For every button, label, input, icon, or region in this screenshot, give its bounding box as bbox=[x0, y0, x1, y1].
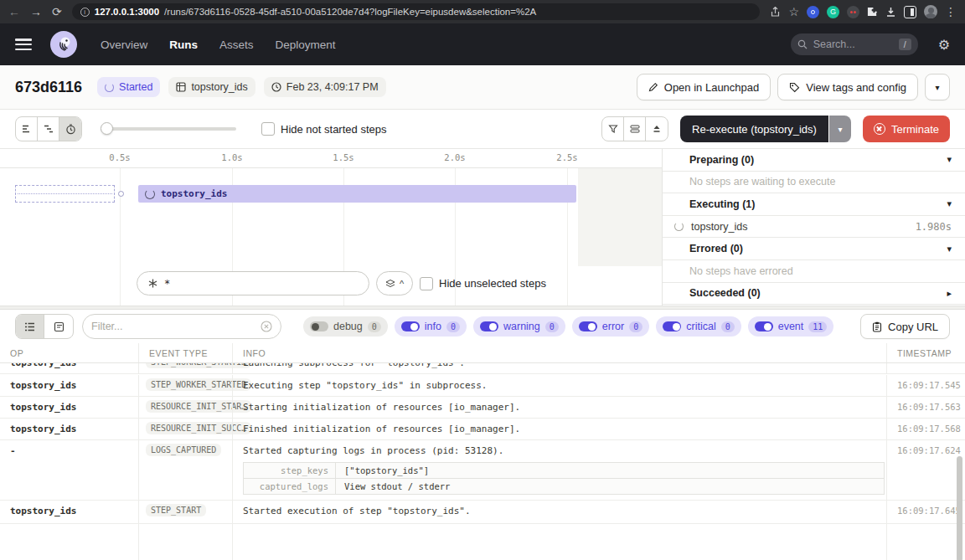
executing-step-row[interactable]: topstory_ids 1.980s bbox=[663, 216, 965, 239]
level-chip-critical[interactable]: critical 0 bbox=[656, 316, 741, 337]
rows-layout-icon[interactable] bbox=[624, 117, 646, 141]
view-stdout-stderr-link[interactable]: View stdout / stderr bbox=[336, 479, 884, 494]
spinner-icon bbox=[105, 83, 114, 92]
run-header-more-button[interactable]: ▾ bbox=[925, 74, 950, 100]
hide-not-started-checkbox[interactable] bbox=[261, 122, 275, 136]
reexecute-button[interactable]: Re-execute (topstory_ids) bbox=[680, 116, 828, 142]
terminate-button[interactable]: Terminate bbox=[863, 116, 950, 142]
axis-tick: 0.5s bbox=[109, 152, 130, 162]
view-tags-and-config-button[interactable]: View tags and config bbox=[777, 74, 918, 100]
panel-layout-segmented-control bbox=[601, 116, 668, 141]
back-icon[interactable]: ← bbox=[8, 6, 20, 18]
section-preparing-header[interactable]: Preparing (0) ▾ bbox=[663, 149, 965, 172]
caret-down-icon: ▾ bbox=[947, 244, 952, 254]
forward-icon[interactable]: → bbox=[30, 6, 42, 18]
downloads-icon[interactable] bbox=[885, 7, 896, 18]
section-errored-empty: No steps have errored bbox=[663, 260, 965, 283]
selection-presets-button[interactable]: ^ bbox=[376, 271, 413, 295]
browser-toolbar: ← → ⟳ i 127.0.0.1:3000/runs/673d6116-052… bbox=[0, 0, 965, 23]
grammarly-extension-icon[interactable]: G bbox=[827, 6, 839, 18]
run-id: 673d6116 bbox=[15, 79, 82, 96]
gantt-time-axis: 0.5s 1.0s 1.5s 2.0s 2.5s bbox=[0, 149, 662, 168]
extension-icon[interactable] bbox=[847, 6, 859, 18]
column-header-op: OP bbox=[0, 343, 138, 362]
flat-view-icon[interactable] bbox=[16, 117, 38, 141]
nav-item-overview[interactable]: Overview bbox=[101, 39, 147, 51]
search-shortcut-key: / bbox=[899, 39, 911, 50]
axis-tick: 2.0s bbox=[444, 152, 465, 162]
section-succeeded-header[interactable]: Succeeded (0) ▸ bbox=[663, 283, 965, 306]
toggle-on-icon bbox=[480, 321, 498, 331]
browser-profile-avatar[interactable] bbox=[924, 5, 937, 18]
browser-menu-icon[interactable]: ⋮ bbox=[945, 6, 957, 18]
level-chip-error[interactable]: error 0 bbox=[572, 316, 649, 337]
url-bar[interactable]: i 127.0.0.1:3000/runs/673d6116-0528-45df… bbox=[72, 3, 761, 20]
step-selection-input[interactable]: * bbox=[137, 271, 369, 295]
nav-item-deployment[interactable]: Deployment bbox=[276, 39, 336, 51]
section-errored-header[interactable]: Errored (0) ▾ bbox=[663, 238, 965, 260]
bookmark-star-icon[interactable]: ☆ bbox=[788, 6, 799, 18]
hide-unselected-checkbox[interactable] bbox=[420, 277, 433, 290]
hide-unselected-label: Hide unselected steps bbox=[439, 277, 546, 290]
copy-url-button[interactable]: Copy URL bbox=[860, 314, 950, 339]
structured-view-icon[interactable] bbox=[44, 315, 73, 338]
metadata-row: step_keys ["topstory_ids"] bbox=[244, 463, 884, 479]
log-table-empty-space bbox=[0, 524, 965, 560]
axis-tick: 2.5s bbox=[556, 152, 577, 162]
level-chip-debug[interactable]: debug 0 bbox=[303, 316, 388, 337]
extensions-puzzle-icon[interactable] bbox=[867, 7, 878, 18]
log-row-logs-captured[interactable]: - LOGS_CAPTURED Started capturing logs i… bbox=[0, 440, 965, 501]
log-row[interactable]: topstory_ids RESOURCE_INIT_STAR… Startin… bbox=[0, 397, 965, 419]
filter-funnel-icon[interactable] bbox=[602, 117, 624, 141]
dependency-connector-dot bbox=[118, 191, 124, 197]
dagster-logo[interactable] bbox=[50, 31, 77, 58]
log-filter-input[interactable] bbox=[91, 321, 255, 332]
caret-down-icon: ▾ bbox=[947, 198, 952, 209]
reload-icon[interactable]: ⟳ bbox=[52, 6, 62, 18]
event-type-badge: LOGS_CAPTURED bbox=[146, 444, 221, 456]
section-executing-header[interactable]: Executing (1) ▾ bbox=[663, 193, 965, 216]
log-row[interactable]: topstory_ids RESOURCE_INIT_SUCC… Finishe… bbox=[0, 419, 965, 440]
share-icon[interactable] bbox=[770, 7, 781, 18]
eject-collapse-icon[interactable] bbox=[646, 117, 668, 141]
step-selection-value: * bbox=[164, 278, 170, 290]
level-chip-info[interactable]: info 0 bbox=[395, 316, 467, 337]
timed-view-icon[interactable] bbox=[59, 117, 81, 141]
gantt-future-region bbox=[578, 168, 662, 266]
log-row[interactable]: topstory_ids STEP_START Started executio… bbox=[0, 501, 965, 524]
level-chip-warning[interactable]: warning 0 bbox=[473, 316, 565, 337]
waterfall-view-icon[interactable] bbox=[38, 117, 59, 141]
site-info-icon[interactable]: i bbox=[80, 8, 90, 17]
spinner-icon bbox=[674, 222, 684, 231]
zoom-slider-knob[interactable] bbox=[101, 122, 113, 135]
log-row[interactable]: topstory_ids STEP_WORKER_STARTED Executi… bbox=[0, 375, 965, 397]
run-status-badge: Started bbox=[97, 77, 160, 97]
password-manager-extension-icon[interactable] bbox=[807, 6, 819, 18]
log-table-header: OP EVENT TYPE INFO TIMESTAMP bbox=[0, 343, 965, 363]
chevron-down-icon: ▾ bbox=[935, 83, 939, 92]
column-header-event-type: EVENT TYPE bbox=[138, 343, 232, 362]
clear-filter-icon[interactable] bbox=[261, 321, 272, 332]
reexecute-dropdown-button[interactable]: ▾ bbox=[829, 116, 851, 142]
job-tag[interactable]: topstory_ids bbox=[168, 77, 255, 97]
zoom-slider[interactable] bbox=[102, 127, 236, 131]
open-in-launchpad-button[interactable]: Open in Launchpad bbox=[637, 74, 771, 100]
app-nav: Overview Runs Assets Deployment Search..… bbox=[0, 23, 965, 65]
log-row-clipped[interactable]: topstory_ids STEP_WORKER_STARTI… Launchi… bbox=[0, 363, 965, 375]
nav-item-runs[interactable]: Runs bbox=[169, 39, 198, 51]
global-search-input[interactable]: Search... / bbox=[791, 33, 918, 55]
clock-icon bbox=[271, 82, 281, 92]
list-view-icon[interactable] bbox=[16, 315, 44, 338]
gantt-bar-topstory-ids[interactable]: topstory_ids bbox=[138, 185, 576, 203]
hide-not-started-label: Hide not started steps bbox=[281, 123, 386, 136]
level-chip-event[interactable]: event 11 bbox=[748, 316, 834, 337]
caret-right-icon: ▸ bbox=[947, 288, 952, 299]
side-panel-icon[interactable] bbox=[904, 6, 916, 18]
caret-down-icon: ▾ bbox=[947, 154, 952, 165]
settings-gear-icon[interactable]: ⚙ bbox=[938, 37, 950, 53]
toggle-on-icon bbox=[755, 321, 773, 331]
hamburger-menu-icon[interactable] bbox=[15, 39, 32, 50]
search-icon bbox=[797, 39, 808, 49]
log-scrollbar-thumb[interactable] bbox=[957, 456, 962, 560]
nav-item-assets[interactable]: Assets bbox=[219, 39, 254, 51]
